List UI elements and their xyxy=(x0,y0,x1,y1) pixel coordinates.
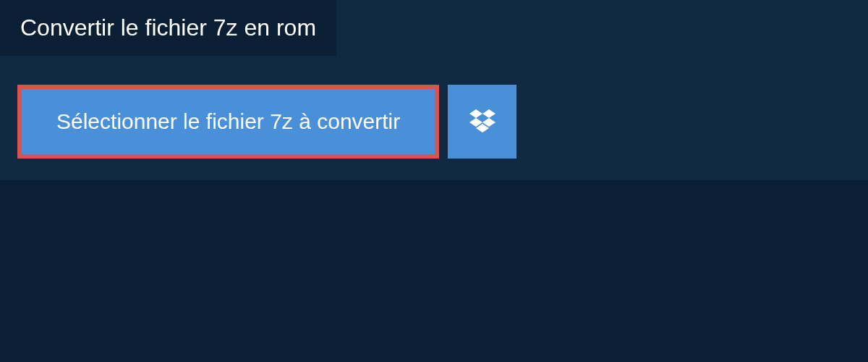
dropbox-button[interactable] xyxy=(448,85,516,159)
page-title: Convertir le fichier 7z en rom xyxy=(0,0,336,56)
button-row: Sélectionner le fichier 7z à convertir xyxy=(0,56,868,159)
dropbox-icon xyxy=(469,109,495,134)
select-file-button[interactable]: Sélectionner le fichier 7z à convertir xyxy=(17,85,439,159)
conversion-panel: Convertir le fichier 7z en rom Sélection… xyxy=(0,0,868,180)
